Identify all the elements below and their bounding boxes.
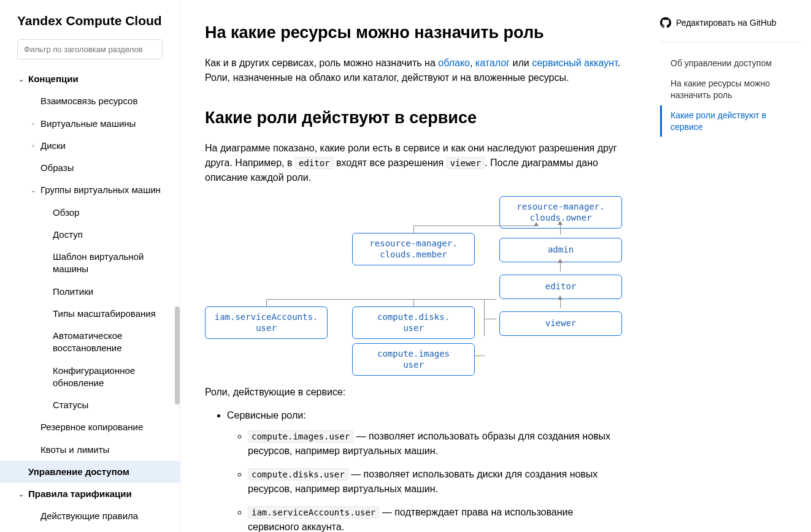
- sidebar-item-label: Образы: [40, 162, 74, 174]
- sidebar-item[interactable]: ·Типы масштабирования: [0, 303, 180, 325]
- edit-on-github-link[interactable]: Редактировать на GitHub: [660, 17, 800, 28]
- diagram-box-viewer: viewer: [499, 311, 622, 336]
- sidebar-item[interactable]: ·Шаблон виртуальной машины: [0, 246, 180, 281]
- code-editor: editor: [295, 157, 334, 169]
- sidebar-item[interactable]: ·Доступ: [0, 224, 180, 246]
- link-cloud[interactable]: облако: [438, 58, 470, 68]
- edit-on-github-label: Редактировать на GitHub: [676, 18, 777, 28]
- diagram-box-rm-member: resource-manager.clouds.member: [352, 233, 475, 265]
- role-item: compute.images.user — позволяет использо…: [248, 429, 627, 458]
- sidebar-item-label: Квоты и лимиты: [40, 444, 109, 456]
- sidebar-item-label: Доступ: [53, 229, 83, 241]
- sidebar-item[interactable]: ·Взаимосвязь ресурсов: [0, 90, 180, 112]
- paragraph-assign: Как и в других сервисах, роль можно назн…: [205, 56, 627, 85]
- sidebar-item[interactable]: ·Обзор: [0, 202, 180, 224]
- sidebar-item-label: Концепции: [28, 73, 79, 85]
- sidebar-item[interactable]: ·Образы: [0, 157, 180, 179]
- toc-item[interactable]: Какие роли действуют в сервисе: [660, 105, 800, 137]
- sidebar-item-label: Группы виртуальных машин: [40, 184, 161, 196]
- role-code: compute.images.user: [248, 430, 353, 443]
- heading-assign-resources: На какие ресурсы можно назначить роль: [205, 23, 627, 42]
- chevron-right-icon: ›: [29, 119, 37, 128]
- toc-item[interactable]: Об управлении доступом: [660, 53, 800, 74]
- role-code: iam.serviceAccounts.user: [248, 506, 379, 519]
- link-service-account[interactable]: сервисный аккаунт: [532, 58, 617, 68]
- diagram-box-compute-disks: compute.disks.user: [352, 306, 475, 339]
- sidebar-item-label: Шаблон виртуальной машины: [53, 251, 172, 276]
- diagram-box-compute-images: compute.imagesuser: [352, 343, 475, 376]
- code-viewer: viewer: [447, 157, 485, 169]
- sidebar: Yandex Compute Cloud ⌄Концепции·Взаимосв…: [0, 0, 180, 532]
- role-item: compute.disks.user — позволяет использов…: [248, 467, 627, 496]
- paragraph-roles-intro: На диаграмме показано, какие роли есть в…: [205, 141, 627, 185]
- sidebar-item-label: Типы масштабирования: [53, 308, 156, 320]
- diagram-box-iam-sa: iam.serviceAccounts.user: [205, 306, 328, 339]
- table-of-contents: Редактировать на GitHub Об управлении до…: [651, 0, 811, 532]
- sidebar-title: Yandex Compute Cloud: [0, 13, 180, 39]
- sidebar-item-label: Автоматическое восстановление: [53, 330, 172, 355]
- roles-list-intro: Роли, действующие в сервисе:: [205, 385, 627, 400]
- sidebar-nav: ⌄Концепции·Взаимосвязь ресурсов›Виртуаль…: [0, 68, 180, 528]
- chevron-down-icon: ⌄: [17, 75, 25, 84]
- sidebar-item-label: Резервное копирование: [40, 421, 143, 433]
- sidebar-item-label: Взаимосвязь ресурсов: [40, 95, 137, 107]
- sidebar-item[interactable]: ›Диски: [0, 135, 180, 157]
- sidebar-item[interactable]: ⌄Концепции: [0, 68, 180, 90]
- sidebar-item-label: Правила тарификации: [28, 488, 132, 500]
- sidebar-item[interactable]: ·Управление доступом: [0, 461, 180, 483]
- sidebar-item-label: Действующие правила: [40, 510, 138, 522]
- sidebar-item[interactable]: ·Действующие правила: [0, 505, 180, 527]
- chevron-down-icon: ⌄: [29, 186, 37, 195]
- toc-divider: [660, 42, 800, 42]
- sidebar-item-label: Диски: [40, 140, 66, 152]
- link-catalog[interactable]: каталог: [475, 58, 510, 68]
- github-icon: [660, 17, 671, 28]
- li-service-roles: Сервисные роли: compute.images.user — по…: [227, 408, 627, 532]
- sidebar-item[interactable]: ·Квоты и лимиты: [0, 439, 180, 461]
- sidebar-item-label: Конфигурационное обновление: [53, 365, 172, 390]
- roles-diagram: resource-manager.clouds.owner resource-m…: [205, 196, 634, 374]
- sidebar-item-label: Виртуальные машины: [40, 118, 136, 130]
- sidebar-item-label: Обзор: [53, 207, 79, 219]
- sidebar-item[interactable]: ⌄Правила тарификации: [0, 483, 180, 505]
- sidebar-item-label: Управление доступом: [28, 466, 129, 478]
- sidebar-item[interactable]: ·Автоматическое восстановление: [0, 325, 180, 360]
- sidebar-item[interactable]: ›Виртуальные машины: [0, 113, 180, 135]
- chevron-down-icon: ⌄: [17, 490, 25, 499]
- main-content: На какие ресурсы можно назначить роль Ка…: [180, 0, 651, 532]
- role-item: iam.serviceAccounts.user — подтверждает …: [248, 505, 627, 532]
- chevron-right-icon: ›: [29, 141, 37, 150]
- sidebar-item[interactable]: ·Политики: [0, 281, 180, 303]
- sidebar-item[interactable]: ·Резервное копирование: [0, 416, 180, 438]
- sidebar-item[interactable]: ·Конфигурационное обновление: [0, 360, 180, 395]
- sidebar-filter-input[interactable]: [17, 39, 163, 59]
- sidebar-item-label: Политики: [53, 286, 93, 298]
- scrollbar-thumb[interactable]: [175, 306, 180, 405]
- role-code: compute.disks.user: [248, 468, 348, 481]
- sidebar-item-label: Статусы: [53, 399, 88, 411]
- sidebar-item[interactable]: ⌄Группы виртуальных машин: [0, 179, 180, 201]
- heading-roles: Какие роли действуют в сервисе: [205, 108, 627, 127]
- toc-item[interactable]: На какие ресурсы можно назначить роль: [660, 74, 800, 105]
- sidebar-item[interactable]: ·Статусы: [0, 394, 180, 416]
